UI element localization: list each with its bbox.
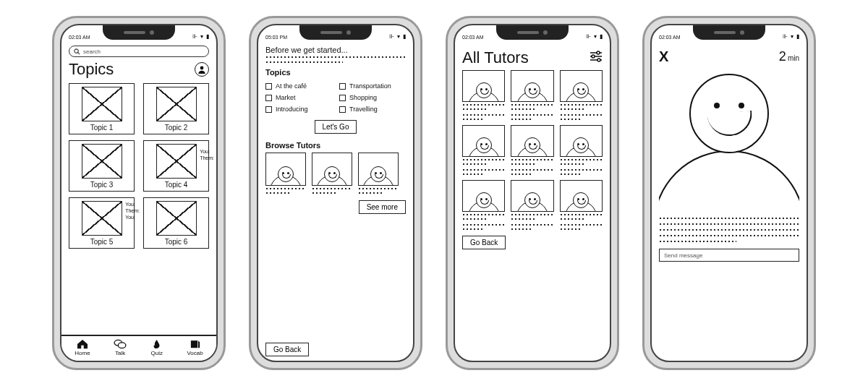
wifi-icon: ▾ (594, 33, 597, 40)
signal-icon: ⊪ (192, 33, 197, 40)
wifi-icon: ▾ (397, 33, 400, 40)
message-input[interactable]: Send message (659, 249, 799, 262)
tutor-card[interactable] (560, 70, 603, 102)
topic-checkbox[interactable]: Travelling (339, 106, 406, 113)
checkbox-icon (339, 83, 346, 90)
topic-checkbox[interactable]: Market (265, 94, 332, 101)
svg-point-2 (200, 67, 204, 70)
placeholder-text (560, 158, 603, 161)
topics-heading: Topics (265, 68, 406, 77)
topic-card[interactable]: Topic 2 (143, 83, 209, 134)
battery-icon: ▮ (403, 33, 406, 40)
timer-value: 2 (779, 49, 786, 64)
tutor-card[interactable] (560, 180, 603, 212)
flame-icon (150, 339, 163, 349)
topic-card[interactable]: Topic 5 You: Them: You: (69, 197, 135, 249)
notch (496, 25, 569, 40)
intro-text: Before we get started... (265, 46, 406, 54)
notch (299, 25, 372, 40)
notch (693, 25, 765, 40)
battery-icon: ▮ (206, 33, 209, 40)
placeholder-text (462, 108, 488, 111)
checkbox-icon (265, 95, 272, 101)
placeholder-text (312, 187, 352, 190)
chat-preview: You: Them: (200, 148, 214, 161)
topic-card[interactable]: Topic 1 (69, 83, 135, 134)
tab-label: Quiz (151, 350, 163, 356)
checkbox-label: Travelling (349, 106, 378, 113)
go-back-button[interactable]: Go Back (462, 236, 506, 249)
checkbox-label: Transportation (349, 82, 391, 90)
tutor-card[interactable] (265, 153, 306, 186)
phone-onboarding: 05:03 PM ⊪ ▾ ▮ Before we get started... … (249, 16, 422, 370)
image-placeholder-icon (156, 87, 197, 121)
placeholder-text (511, 118, 532, 121)
topic-checkbox[interactable]: Shopping (339, 94, 406, 101)
topic-checkbox[interactable]: Transportation (339, 82, 406, 90)
checkbox-label: Market (276, 94, 296, 101)
screen-all-tutors: 02:03 AM ⊪ ▾ ▮ All Tutors (454, 24, 611, 362)
placeholder-text (462, 113, 505, 116)
screen-onboarding: 05:03 PM ⊪ ▾ ▮ Before we get started... … (257, 24, 414, 362)
tab-home[interactable]: Home (75, 339, 90, 356)
svg-point-0 (75, 48, 78, 52)
topic-card[interactable]: Topic 4 You: Them: (143, 140, 209, 192)
tab-quiz[interactable]: Quiz (150, 339, 163, 356)
lets-go-button[interactable]: Let's Go (315, 120, 357, 134)
tutor-card[interactable] (462, 125, 505, 157)
svg-point-8 (597, 51, 600, 54)
placeholder-text (659, 228, 799, 231)
see-more-button[interactable]: See more (359, 200, 406, 214)
screen-session: 02:03 AM ⊪ ▾ ▮ X 2min (650, 24, 808, 362)
checkbox-icon (339, 95, 346, 101)
placeholder-text (462, 118, 484, 121)
page-title: Topics (69, 60, 114, 79)
page-title: All Tutors (462, 48, 529, 67)
profile-icon[interactable] (195, 62, 209, 77)
svg-point-10 (597, 59, 600, 61)
close-button[interactable]: X (659, 48, 668, 65)
wifi-icon: ▾ (200, 33, 203, 40)
topic-card[interactable]: Topic 6 (143, 197, 209, 249)
book-icon (189, 339, 202, 349)
topic-card[interactable]: Topic 3 (69, 140, 135, 192)
phone-session: 02:03 AM ⊪ ▾ ▮ X 2min (642, 16, 816, 370)
placeholder-text (511, 163, 537, 166)
tutor-card[interactable] (312, 153, 352, 186)
topic-label: Topic 2 (165, 124, 188, 132)
placeholder-text (560, 213, 603, 216)
topic-checkbox[interactable]: Introducing (265, 106, 332, 113)
image-placeholder-icon (82, 87, 122, 121)
session-timer: 2min (779, 49, 799, 64)
placeholder-text (560, 118, 582, 121)
placeholder-text (511, 228, 532, 231)
status-time: 02:03 AM (659, 35, 681, 40)
topic-checkbox[interactable]: At the café (265, 82, 332, 90)
image-placeholder-icon (156, 144, 197, 179)
search-input[interactable]: search (69, 46, 209, 57)
signal-icon: ⊪ (389, 33, 394, 40)
tutor-card[interactable] (560, 125, 603, 157)
placeholder-text (462, 228, 484, 231)
placeholder-text (511, 223, 553, 226)
placeholder-text (462, 213, 505, 216)
status-time: 02:03 AM (462, 35, 484, 40)
placeholder-text (265, 56, 406, 59)
tutor-card[interactable] (511, 70, 553, 102)
tab-talk[interactable]: Talk (114, 339, 127, 356)
go-back-button[interactable]: Go Back (265, 343, 309, 356)
placeholder-text (462, 218, 488, 220)
home-icon (76, 339, 89, 349)
placeholder-text (560, 103, 603, 106)
checkbox-icon (265, 83, 272, 90)
placeholder-text (511, 173, 532, 176)
signal-icon: ⊪ (586, 33, 591, 40)
filter-icon[interactable] (590, 51, 603, 65)
tutor-card[interactable] (358, 153, 399, 186)
tab-vocab[interactable]: Vocab (187, 339, 203, 356)
tutor-card[interactable] (462, 70, 505, 102)
tutor-card[interactable] (462, 180, 505, 212)
tutor-card[interactable] (511, 180, 553, 212)
tutor-card[interactable] (511, 125, 553, 157)
tab-label: Talk (115, 350, 125, 356)
